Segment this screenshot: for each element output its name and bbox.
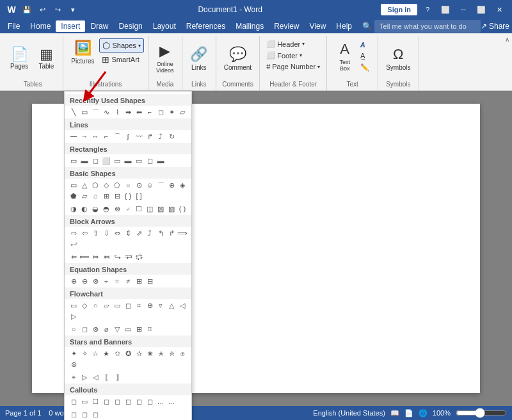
shape-co12[interactable]: ◻ [79, 409, 90, 419]
share-button[interactable]: ↗Share [481, 22, 509, 31]
page-number-btn[interactable]: # Page Number ▾ [264, 61, 323, 72]
shape-eq6[interactable]: ≠ [123, 276, 133, 286]
menu-home[interactable]: Home [25, 20, 56, 32]
shape-left-arrow[interactable]: ⬅ [134, 107, 144, 117]
shape-eq3[interactable]: ⊗ [90, 276, 100, 286]
restore-btn[interactable]: ⬜ [474, 2, 489, 17]
shape-bs9[interactable]: ⌒ [156, 180, 166, 190]
dropcap-btn[interactable]: A̲ [358, 51, 372, 61]
shape-bs15[interactable]: ⊞ [101, 191, 111, 201]
tell-me-input[interactable]: Tell me what you want to do [374, 20, 481, 33]
shape-sb10[interactable]: ✮ [166, 348, 177, 359]
language-indicator[interactable]: English (United States) [313, 409, 385, 417]
shape-rect3[interactable]: ◻ [90, 156, 100, 166]
close-btn[interactable]: ✕ [492, 2, 507, 17]
shape-co6[interactable]: ◻ [123, 396, 133, 407]
shape-eq8[interactable]: ⊟ [145, 276, 155, 286]
shape-fc11[interactable]: ◁ [177, 300, 188, 311]
shape-curve[interactable]: ⌒ [90, 107, 100, 117]
menu-insert[interactable]: Insert [56, 20, 85, 32]
shape-rect7[interactable]: ▭ [134, 156, 144, 166]
shape-bs1[interactable]: ▭ [68, 180, 79, 190]
shape-freeform[interactable]: ⌇ [112, 107, 122, 117]
shape-sb14[interactable]: ▷ [79, 372, 90, 382]
shape-double-arrow[interactable]: ↔ [90, 131, 100, 141]
shape-bs24[interactable]: ⌿ [123, 204, 133, 214]
shape-connector[interactable]: ↻ [166, 131, 177, 141]
print-layout-btn[interactable]: 📄 [404, 409, 413, 417]
shape-fc18[interactable]: ▭ [123, 324, 133, 334]
shape-bs2[interactable]: △ [79, 180, 90, 190]
shape-bs13[interactable]: ▱ [79, 191, 90, 201]
shape-bs27[interactable]: ▧ [156, 204, 166, 214]
shape-sb13[interactable]: ⌖ [68, 372, 79, 382]
shape-sb1[interactable]: ✦ [68, 348, 79, 359]
comment-btn[interactable]: 💬 Comment [220, 44, 255, 74]
footer-btn[interactable]: ⬜ Footer ▾ [264, 50, 323, 61]
shape-bs20[interactable]: ◐ [79, 204, 90, 214]
shape-sb7[interactable]: ✫ [134, 348, 144, 359]
zoom-slider[interactable] [456, 409, 507, 417]
customize-qat-btn[interactable]: ▾ [67, 3, 79, 16]
shape-co7[interactable]: ◻ [134, 396, 144, 407]
pictures-btn[interactable]: 🖼️ Pictures [67, 37, 98, 67]
shape-ba9[interactable]: ↰ [156, 228, 166, 238]
shape-sb16[interactable]: ⟦ [101, 372, 111, 382]
shape-eq4[interactable]: ÷ [101, 276, 111, 286]
shape-fc2[interactable]: ◇ [79, 300, 90, 311]
shape-callout-rect[interactable]: ◻ [156, 107, 166, 117]
shape-co11[interactable]: ◻ [68, 409, 79, 419]
shape-star4[interactable]: ✦ [166, 107, 177, 117]
menu-file[interactable]: File [3, 20, 25, 32]
shape-rect5[interactable]: ▭ [112, 156, 122, 166]
shape-ba14[interactable]: ⟸ [79, 252, 90, 262]
pages-btn[interactable]: 📄 Pages [6, 45, 32, 72]
shape-fc20[interactable]: ⌑ [145, 324, 155, 334]
shape-co4[interactable]: ◻ [101, 396, 111, 407]
ribbon-display-btn[interactable]: ⬜ [438, 2, 453, 17]
shape-co5[interactable]: ◻ [112, 396, 122, 407]
shape-rect1[interactable]: ▭ [68, 156, 79, 166]
shape-rect9[interactable]: ▬ [156, 156, 166, 166]
shape-bs26[interactable]: ◫ [145, 204, 155, 214]
shape-co8[interactable]: ◻ [145, 396, 155, 407]
shape-fc4[interactable]: ▱ [101, 300, 111, 311]
signature-line-btn[interactable]: ✏️ [358, 62, 372, 73]
menu-view[interactable]: View [305, 20, 332, 32]
header-btn[interactable]: ⬜ Header ▾ [264, 38, 323, 49]
wordart-btn[interactable]: A [358, 40, 372, 50]
shape-bs29[interactable]: ( ) [177, 204, 188, 214]
shape-bs7[interactable]: ⊙ [134, 180, 144, 190]
quick-save-btn[interactable]: 💾 [20, 3, 33, 16]
online-videos-btn[interactable]: ▶ OnlineVideos [152, 40, 178, 76]
shape-sb8[interactable]: ✬ [145, 348, 155, 359]
shape-fc8[interactable]: ⊕ [145, 300, 155, 311]
table-btn[interactable]: ▦ Table [33, 45, 59, 72]
shape-bs12[interactable]: ⬟ [68, 191, 79, 201]
shape-bs21[interactable]: ◒ [90, 204, 100, 214]
shape-zigzag[interactable]: ∿ [101, 107, 111, 117]
shape-sb15[interactable]: ◁ [90, 372, 100, 382]
shape-sb17[interactable]: ⟧ [112, 372, 122, 382]
shape-ba4[interactable]: ⇩ [101, 228, 111, 238]
shape-sb3[interactable]: ☆ [90, 348, 100, 359]
shape-bs4[interactable]: ◇ [101, 180, 111, 190]
minimize-btn[interactable]: ─ [456, 2, 471, 17]
shape-fc15[interactable]: ⊗ [90, 324, 100, 334]
shape-sb11[interactable]: ⍟ [177, 348, 188, 359]
shape-sb5[interactable]: ✩ [112, 348, 122, 359]
shape-rect6[interactable]: ▬ [123, 156, 133, 166]
shape-line[interactable]: ╲ [68, 107, 79, 117]
signin-button[interactable]: Sign in [381, 4, 417, 15]
shape-bs18[interactable]: [ ] [134, 191, 144, 201]
shape-co3[interactable]: ☐ [90, 396, 100, 407]
shape-ba13[interactable]: ⇐ [68, 252, 79, 262]
shape-ba19[interactable]: ⮔ [134, 252, 144, 262]
shapes-btn[interactable]: ⬡ Shapes ▾ [99, 38, 143, 52]
shape-ba2[interactable]: ⇦ [79, 228, 90, 238]
symbols-btn[interactable]: Ω Symbols [382, 44, 414, 74]
shape-co2[interactable]: ▭ [79, 396, 90, 407]
shape-bs10[interactable]: ⊕ [166, 180, 177, 190]
read-mode-btn[interactable]: 📖 [390, 409, 399, 417]
shape-sb9[interactable]: ✭ [156, 348, 166, 359]
